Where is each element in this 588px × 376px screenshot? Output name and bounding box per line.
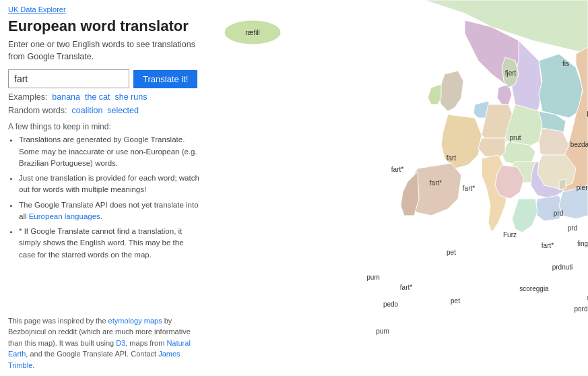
note-1: Translations are generated by Google Tra… (19, 134, 201, 169)
james-trimble-link[interactable]: James Trimble (8, 350, 181, 369)
label-pet2: pet (451, 297, 460, 305)
label-fart-sp: fart* (400, 284, 412, 291)
label-pum2: pum (376, 327, 389, 335)
label-pet1: pet (447, 249, 456, 256)
examples-label: Examples: (8, 92, 47, 102)
d3-link[interactable]: D3 (116, 339, 125, 347)
label-fart-west: fart* (391, 166, 403, 173)
label-prd2: prd (568, 224, 577, 232)
site-title[interactable]: UK Data Explorer (8, 5, 201, 13)
label-pordhe: pordhe (574, 305, 588, 313)
example-she-runs[interactable]: she runs (115, 92, 147, 102)
label-fart-be: fart* (463, 185, 475, 192)
search-row: Translate it! (8, 69, 201, 88)
label-fart-uk: fart* (430, 179, 442, 187)
search-input[interactable] (8, 69, 129, 88)
page-title: European word translator (8, 18, 201, 35)
translate-button[interactable]: Translate it! (133, 70, 197, 88)
examples-row: Examples: banana the cat she runs (8, 92, 201, 102)
label-scoreggia: scoreggia (519, 285, 549, 292)
map-panel: ræfill fjert fis pieru Pieru пердеть pru… (209, 0, 588, 376)
example-the-cat[interactable]: the cat (85, 92, 110, 102)
left-panel: UK Data Explorer European word translato… (0, 0, 209, 376)
subtitle: Enter one or two English words to see tr… (8, 39, 201, 63)
label-furz: Furz (503, 231, 517, 239)
notes-title: A few things to keep in mind: (8, 122, 201, 131)
label-pum1: pum (366, 274, 379, 281)
label-fart-it: fart* (542, 242, 554, 249)
label-bezdalius: bezdalius (570, 141, 588, 148)
label-prd1: prd (554, 210, 563, 217)
label-fis: fis (562, 60, 569, 67)
european-languages-link[interactable]: European languages (29, 212, 100, 220)
notes-list: Translations are generated by Google Tra… (8, 134, 201, 261)
footer-text: This page was inspired by the etymology … (8, 315, 201, 371)
label-pierdniecie: pierdnięcie (577, 184, 588, 191)
label-pedo: pedo (383, 301, 399, 308)
random-coalition[interactable]: coalition (72, 106, 103, 115)
random-row: Random words: coalition selected (8, 106, 201, 115)
label-raefill: ræfill (245, 29, 260, 36)
example-banana[interactable]: banana (52, 92, 80, 102)
random-selected[interactable]: selected (107, 106, 139, 115)
etymology-maps-link[interactable]: etymology maps (108, 317, 162, 325)
random-label: Random words: (8, 106, 67, 115)
label-prdnuti: prdnuti (552, 263, 573, 271)
notes-section: A few things to keep in mind: Translatio… (8, 122, 201, 264)
label-fjert: fjert (505, 69, 517, 77)
note-4: * If Google Translate cannot find a tran… (19, 226, 201, 261)
europe-map: ræfill fjert fis pieru Pieru пердеть pru… (209, 0, 588, 376)
note-2: Just one translation is provided for eac… (19, 173, 201, 196)
label-fing: fing (577, 240, 588, 247)
label-fart-fr: fart (447, 154, 457, 162)
label-prut: prut (509, 134, 521, 142)
note-3: The Google Translate API does not yet tr… (19, 199, 201, 223)
